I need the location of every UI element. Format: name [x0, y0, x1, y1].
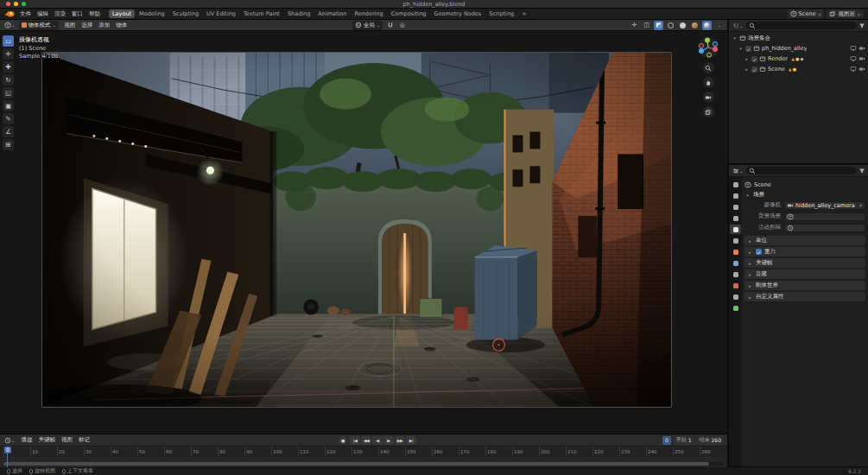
measure-tool[interactable]: ∠ [3, 126, 14, 137]
topbar-menu[interactable]: 文件 [17, 10, 34, 19]
disable-viewport-icon[interactable] [850, 45, 857, 52]
zoom-view-icon[interactable] [703, 62, 714, 73]
workspace-tab-modeling[interactable]: Modeling [136, 10, 168, 18]
properties-tab-scene[interactable] [730, 225, 741, 234]
timeline-track[interactable] [0, 457, 727, 467]
snap-toggle[interactable] [385, 21, 395, 30]
timeline-menu[interactable]: 播放 [19, 435, 35, 445]
outliner-search[interactable] [746, 22, 857, 29]
properties-tab-modifiers[interactable] [730, 258, 741, 268]
properties-search-input[interactable] [757, 168, 854, 174]
topbar-menu[interactable]: 编辑 [35, 10, 51, 19]
play-button[interactable]: ▶ [383, 436, 394, 445]
disclosure-icon[interactable]: ▸ [744, 66, 750, 72]
collection-checkbox[interactable] [751, 66, 757, 73]
outliner-row[interactable]: ▸Render▲●◆ [729, 54, 868, 64]
add-cube-tool[interactable]: ⊞ [3, 139, 14, 150]
topbar-menu[interactable]: 帮助 [86, 10, 103, 19]
fullscreen-window-icon[interactable] [22, 2, 26, 6]
blender-logo-icon[interactable] [4, 10, 15, 17]
properties-tab-world[interactable] [730, 236, 741, 245]
editor-type-button[interactable]: ⌄ [3, 21, 16, 30]
jump-to-end-button[interactable]: ▶| [406, 436, 416, 445]
shading-solid-icon[interactable] [678, 21, 687, 30]
filter-icon[interactable] [858, 168, 865, 174]
cursor-tool[interactable]: ✛ [3, 48, 14, 60]
pan-view-icon[interactable] [703, 77, 714, 88]
viewport-menu[interactable]: 添加 [96, 21, 112, 30]
properties-tab-constraints[interactable] [730, 292, 741, 301]
workspace-tab-compositing[interactable]: Compositing [388, 10, 430, 18]
gravity-checkbox[interactable] [756, 249, 762, 255]
show-gizmo-toggle[interactable]: ✛ [630, 21, 639, 30]
annotate-tool[interactable]: ✎ [3, 113, 14, 124]
viewport-menu[interactable]: 视图 [61, 21, 78, 30]
select-box-tool[interactable]: ▭ [3, 35, 14, 47]
timeline-menu[interactable]: 标记 [76, 435, 92, 445]
remove-view-layer-icon[interactable]: × [857, 11, 861, 17]
timeline-editor-type-button[interactable]: ⌄ [3, 435, 16, 445]
window-controls[interactable] [6, 2, 26, 6]
filter-icon[interactable] [858, 22, 865, 29]
camera-field[interactable]: hidden_alley_camera× [784, 201, 865, 210]
outliner-editor-type-button[interactable]: ⌄ [732, 21, 744, 30]
background-scene-field[interactable] [784, 212, 865, 221]
frame-ruler[interactable]: 0102030405060708090100110120130140150160… [0, 446, 727, 457]
disclosure-icon[interactable]: ▸ [744, 56, 750, 61]
scene-selector[interactable]: Scene × [788, 10, 825, 18]
frame-start-field[interactable]: 开始1 [674, 436, 694, 445]
properties-tab-output[interactable] [730, 202, 741, 212]
proportional-editing-toggle[interactable]: ◎ [397, 21, 407, 30]
active-clip-field[interactable] [784, 224, 865, 232]
workspace-tab-animation[interactable]: Animation [314, 10, 350, 18]
disable-viewport-icon[interactable] [850, 66, 857, 73]
disclosure-icon[interactable]: ▾ [732, 35, 738, 41]
disable-render-icon[interactable] [858, 55, 865, 62]
workspace-tab-uv-editing[interactable]: UV Editing [203, 10, 239, 18]
collection-checkbox[interactable] [751, 56, 757, 62]
shading-wireframe-icon[interactable] [666, 21, 675, 30]
topbar-menu[interactable]: 窗口 [69, 10, 86, 19]
play-reverse-button[interactable]: ◀ [372, 436, 383, 445]
show-overlays-toggle[interactable]: ◫ [642, 21, 651, 30]
viewport-menu[interactable]: 物体 [113, 21, 130, 30]
move-tool[interactable]: ✚ [3, 61, 14, 73]
workspace-tab-sculpting[interactable]: Sculpting [169, 10, 202, 18]
transform-orientation-selector[interactable]: 全局⌄ [352, 21, 383, 30]
shading-rendered-icon[interactable] [702, 21, 712, 30]
camera-view-icon[interactable] [703, 92, 714, 103]
properties-tab-object[interactable] [730, 247, 741, 256]
disable-viewport-icon[interactable] [850, 55, 857, 62]
frame-end-field[interactable]: 结束260 [697, 436, 724, 445]
view-layer-selector[interactable]: 视图层 × [827, 10, 864, 18]
properties-tab-object-data[interactable] [730, 303, 741, 313]
auto-keying-button[interactable]: ● [339, 436, 347, 445]
shading-options-dropdown[interactable]: ⌄ [714, 21, 724, 30]
workspace-tab-shading[interactable]: Shading [284, 10, 314, 18]
viewport-menu[interactable]: 选择 [79, 21, 95, 30]
properties-tab-view-layer[interactable] [730, 213, 741, 223]
panel-units[interactable]: ▸单位 [744, 236, 865, 245]
ortho-toggle-icon[interactable] [703, 106, 714, 117]
jump-to-start-button[interactable]: |◀ [350, 436, 360, 445]
workspace-tab--[interactable]: + [518, 10, 529, 18]
next-keyframe-button[interactable]: ▶▶ [395, 436, 405, 445]
properties-tab-particles[interactable] [730, 269, 741, 279]
shading-material-icon[interactable] [690, 21, 700, 30]
panel-gravity[interactable]: ▸重力 [744, 247, 865, 256]
workspace-tab-rendering[interactable]: Rendering [351, 10, 386, 18]
timeline-menu[interactable]: 视图 [59, 435, 75, 445]
close-window-icon[interactable] [6, 2, 10, 6]
workspace-tab-geometry-nodes[interactable]: Geometry Nodes [430, 10, 485, 18]
clear-field-icon[interactable]: × [858, 202, 863, 208]
scale-tool[interactable]: ◱ [3, 87, 14, 98]
properties-tab-physics[interactable] [730, 281, 741, 290]
disclosure-icon[interactable]: ▾ [738, 46, 744, 51]
properties-tab-tool[interactable] [730, 180, 741, 189]
collection-checkbox[interactable] [745, 46, 751, 52]
playhead[interactable]: 0 [4, 446, 11, 467]
properties-editor-type-button[interactable]: ⌄ [732, 166, 744, 175]
disable-render-icon[interactable] [858, 66, 865, 73]
timeline-scrollbar[interactable] [3, 462, 724, 466]
panel-audio[interactable]: ▸音频 [744, 269, 865, 279]
